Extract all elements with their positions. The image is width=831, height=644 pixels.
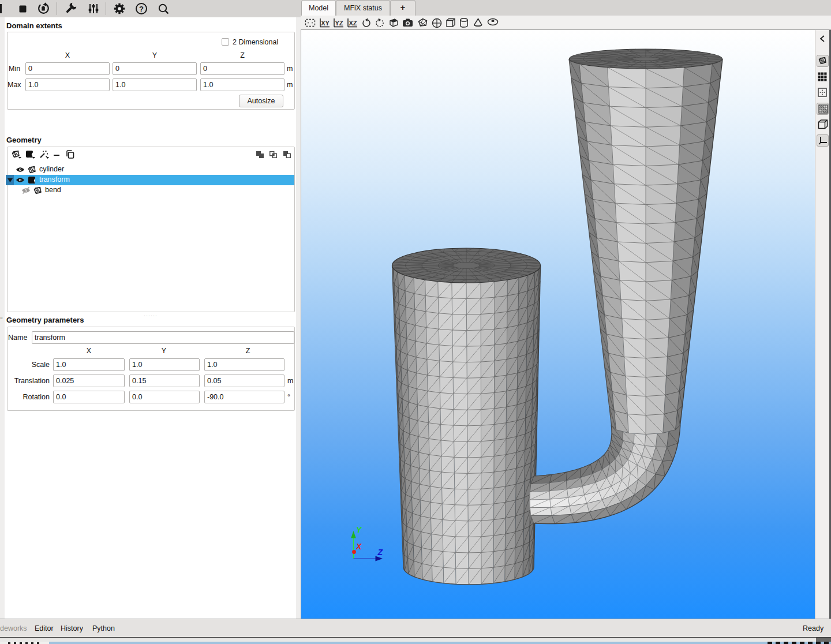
svg-text:XZ: XZ xyxy=(349,20,357,27)
svg-text:?: ? xyxy=(139,5,144,13)
svg-text:YZ: YZ xyxy=(335,20,343,27)
svg-text:Z: Z xyxy=(377,548,383,557)
svg-text:X: X xyxy=(355,542,362,551)
svg-text:XY: XY xyxy=(321,20,330,27)
